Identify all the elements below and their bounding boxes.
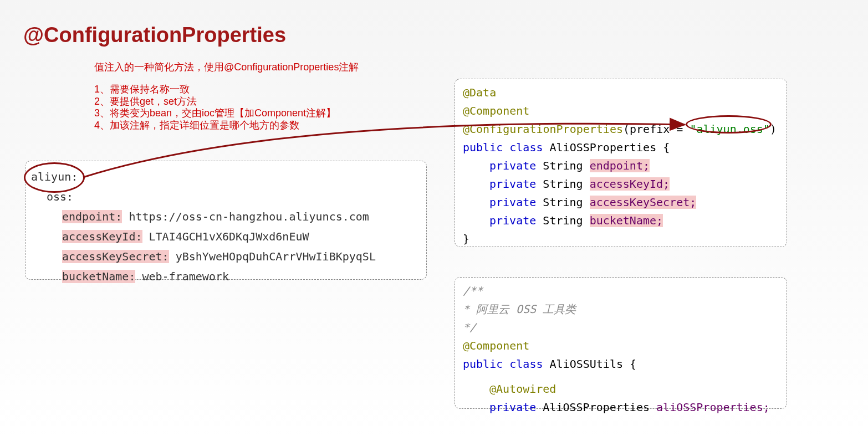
yaml-val-bucketname: web-framework: [135, 270, 229, 283]
java2-field: aliOSSProperties;: [656, 401, 770, 414]
intro-line-3: 2、要提供get，set方法: [94, 96, 359, 107]
java2-type: AliOSSProperties: [536, 401, 656, 414]
yaml-val-endpoint: https://oss-cn-hangzhou.aliyuncs.com: [122, 210, 369, 223]
java1-closebrace: }: [463, 232, 469, 245]
java2-private: private: [489, 401, 536, 414]
java1-priv4: private: [489, 214, 536, 227]
java2-c1: /**: [463, 284, 483, 297]
java1-prefixstr: "aliyun.oss": [690, 122, 770, 136]
java1-publicclass: public class: [463, 141, 543, 154]
java-properties-box: @Data @Component @ConfigurationPropertie…: [455, 79, 787, 247]
java1-closeparen: ): [770, 122, 777, 136]
java-utils-box: /** * 阿里云 OSS 工具类 */ @Component public c…: [455, 277, 787, 409]
java1-accesskeyid: accessKeyId;: [590, 177, 670, 191]
java1-data: @Data: [463, 86, 496, 99]
java1-str3: String: [536, 196, 589, 209]
yaml-key-accesskeysecret: accessKeySecret:: [62, 250, 169, 263]
java1-str1: String: [536, 159, 589, 172]
java1-configprops: @ConfigurationProperties: [463, 122, 623, 136]
yaml-line-2: oss:: [47, 190, 73, 203]
java1-priv2: private: [489, 177, 536, 191]
yaml-key-accesskeyid: accessKeyId:: [62, 230, 142, 243]
java2-component: @Component: [463, 339, 529, 352]
java2-autowired: @Autowired: [489, 382, 556, 396]
page-title: @ConfigurationProperties: [23, 23, 286, 47]
yaml-val-accesskeysecret: yBshYweHOpqDuhCArrVHwIiBKpyqSL: [169, 250, 376, 263]
java1-accesskeysecret: accessKeySecret;: [590, 196, 697, 209]
java2-publicclass: public class: [463, 357, 543, 371]
intro-line-4: 3、将类变为bean，交由ioc管理【加Component注解】: [94, 108, 359, 119]
java2-classname: AliOSSUtils {: [543, 357, 637, 371]
java1-parenprefix: (prefix =: [623, 122, 690, 136]
intro-line-2: 1、需要保持名称一致: [94, 84, 359, 95]
java1-priv1: private: [489, 159, 536, 172]
yaml-key-endpoint: endpoint:: [62, 210, 122, 223]
java1-classname: AliOSSProperties {: [543, 141, 670, 154]
java1-endpoint: endpoint;: [590, 159, 650, 172]
java1-component: @Component: [463, 104, 529, 117]
java1-str4: String: [536, 214, 589, 227]
java1-priv3: private: [489, 196, 536, 209]
intro-text: 值注入的一种简化方法，使用@ConfigurationProperties注解 …: [94, 62, 359, 132]
intro-line-1: 值注入的一种简化方法，使用@ConfigurationProperties注解: [94, 62, 359, 73]
java1-str2: String: [536, 177, 589, 191]
java2-c3: */: [463, 321, 476, 334]
java1-bucketname: bucketName;: [590, 214, 663, 227]
intro-line-5: 4、加该注解，指定详细位置是哪个地方的参数: [94, 120, 359, 131]
yaml-key-bucketname: bucketName:: [62, 270, 135, 283]
java2-c2: * 阿里云 OSS 工具类: [463, 302, 576, 316]
yaml-val-accesskeyid: LTAI4GCH1vX6DKqJWxd6nEuW: [142, 230, 309, 243]
yaml-code-box: aliyun: oss: endpoint: https://oss-cn-ha…: [25, 161, 427, 280]
yaml-line-1: aliyun:: [31, 170, 78, 183]
